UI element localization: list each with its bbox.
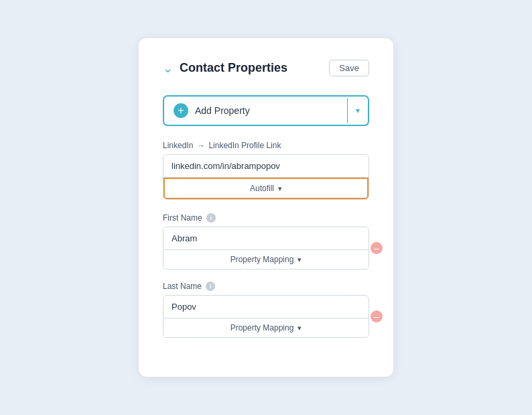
first-name-mapping-label: Property Mapping <box>230 255 294 264</box>
last-name-caret-icon: ▾ <box>297 324 302 333</box>
last-name-header: Last Name i <box>163 282 369 291</box>
first-name-box: Abram Property Mapping ▾ <box>163 227 369 270</box>
first-name-caret-icon: ▾ <box>297 255 302 264</box>
arrow-icon: → <box>197 141 204 150</box>
autofill-caret-icon: ▾ <box>278 184 282 193</box>
first-name-header: First Name i <box>163 213 369 223</box>
last-name-value: Popov <box>163 296 369 318</box>
linkedin-field-box: linkedin.com/in/abrampopov Autofill ▾ <box>163 154 369 200</box>
linkedin-value: linkedin.com/in/abrampopov <box>163 155 369 178</box>
last-name-info-icon: i <box>206 282 215 291</box>
card-title: Contact Properties <box>180 61 287 75</box>
autofill-label: Autofill <box>250 184 274 193</box>
linkedin-target-label: LinkedIn Profile Link <box>208 141 281 150</box>
linkedin-field-group: LinkedIn → LinkedIn Profile Link linkedi… <box>163 141 369 200</box>
save-button[interactable]: Save <box>329 60 369 76</box>
last-name-mapping-dropdown[interactable]: Property Mapping ▾ <box>163 318 369 337</box>
add-property-label: Add Property <box>195 105 250 116</box>
first-name-value: Abram <box>163 227 369 250</box>
last-name-mapping-label: Property Mapping <box>230 323 294 333</box>
linkedin-label-row: LinkedIn → LinkedIn Profile Link <box>163 141 369 150</box>
first-name-field-group: First Name i Abram Property Mapping ▾ – <box>163 213 369 270</box>
plus-circle-icon: + <box>174 103 188 118</box>
title-group: ⌄ Contact Properties <box>163 61 287 76</box>
add-property-button[interactable]: + Add Property ▾ <box>163 95 369 126</box>
remove-last-name-button[interactable]: – <box>371 310 383 322</box>
first-name-wrapper: Abram Property Mapping ▾ – <box>163 227 369 270</box>
last-name-box: Popov Property Mapping ▾ <box>163 295 369 338</box>
card-header: ⌄ Contact Properties Save <box>163 60 369 76</box>
first-name-mapping-dropdown[interactable]: Property Mapping ▾ <box>163 250 369 269</box>
contact-properties-card: ⌄ Contact Properties Save + Add Property… <box>139 38 393 377</box>
add-property-caret-icon: ▾ <box>348 106 368 115</box>
first-name-info-icon: i <box>206 213 216 223</box>
first-name-label: First Name <box>163 213 202 223</box>
collapse-icon[interactable]: ⌄ <box>163 61 173 76</box>
remove-first-name-button[interactable]: – <box>371 242 383 254</box>
add-property-main: + Add Property <box>164 97 347 125</box>
autofill-dropdown[interactable]: Autofill ▾ <box>163 178 369 199</box>
linkedin-source-label: LinkedIn <box>163 141 193 150</box>
last-name-label: Last Name <box>163 282 202 291</box>
last-name-wrapper: Popov Property Mapping ▾ – <box>163 295 369 338</box>
last-name-field-group: Last Name i Popov Property Mapping ▾ – <box>163 282 369 338</box>
